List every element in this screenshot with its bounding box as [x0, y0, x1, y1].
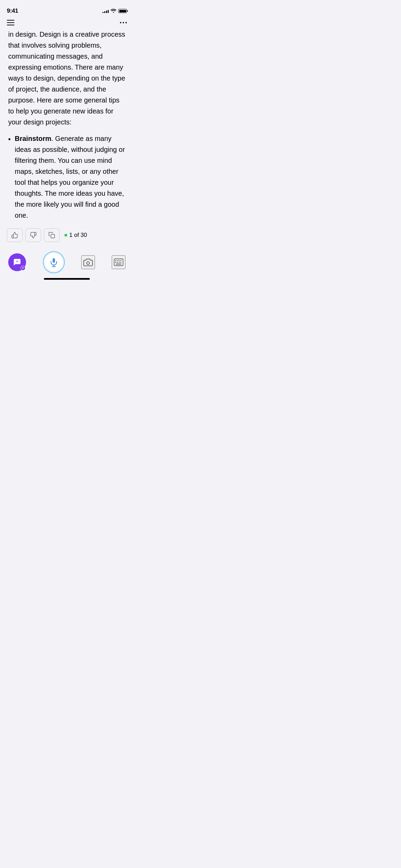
home-indicator [8, 276, 125, 280]
svg-rect-0 [51, 234, 55, 238]
signal-icon [102, 9, 109, 13]
svg-point-5 [87, 262, 89, 264]
copy-icon [48, 232, 55, 239]
svg-rect-14 [120, 262, 121, 263]
keyboard-icon [114, 258, 123, 266]
svg-rect-9 [119, 260, 120, 261]
action-bar: 1 of 30 [0, 224, 134, 246]
page-counter: 1 of 30 [64, 232, 87, 239]
thumbs-down-button[interactable] [25, 228, 41, 242]
nav-bar [0, 17, 134, 29]
bottom-controls: + + [8, 249, 125, 276]
status-bar: 9:41 [0, 0, 134, 17]
chat-icon: + [13, 258, 22, 267]
wifi-icon [111, 9, 116, 14]
camera-button[interactable] [81, 255, 95, 269]
menu-button[interactable] [7, 20, 14, 25]
svg-text:+: + [16, 259, 18, 263]
status-icons [102, 9, 127, 14]
list-item: • Brainstorm. Generate as many ideas as … [8, 133, 125, 221]
status-time: 9:41 [7, 8, 18, 14]
page-status-dot [64, 234, 67, 237]
thumbs-up-icon [11, 232, 18, 239]
svg-rect-10 [120, 260, 121, 261]
keyboard-button[interactable] [112, 255, 125, 269]
svg-rect-2 [52, 258, 55, 263]
page-counter-text: 1 of 30 [69, 232, 87, 239]
svg-rect-8 [117, 260, 118, 261]
article-content: in design. Design is a creative process … [0, 29, 134, 224]
bottom-bar: + + [0, 245, 134, 289]
svg-rect-12 [117, 262, 118, 263]
microphone-icon [49, 257, 59, 267]
article-partial-text: in design. Design is a creative process … [8, 29, 125, 128]
bullet-keyword-1: Brainstorm [15, 135, 51, 142]
more-options-button[interactable] [120, 22, 127, 23]
bullet-text-1: . Generate as many ideas as possible, wi… [15, 135, 125, 219]
new-chat-button[interactable]: + + [8, 253, 26, 271]
camera-icon [83, 258, 93, 266]
thumbs-up-button[interactable] [7, 228, 23, 242]
svg-rect-13 [119, 262, 120, 263]
thumbs-down-icon [30, 232, 37, 239]
bullet-list: • Brainstorm. Generate as many ideas as … [8, 133, 125, 224]
svg-rect-15 [116, 264, 121, 265]
copy-button[interactable] [44, 228, 60, 242]
svg-rect-11 [115, 262, 116, 263]
svg-rect-7 [115, 260, 116, 261]
battery-icon [118, 9, 127, 13]
microphone-button[interactable] [43, 251, 65, 273]
